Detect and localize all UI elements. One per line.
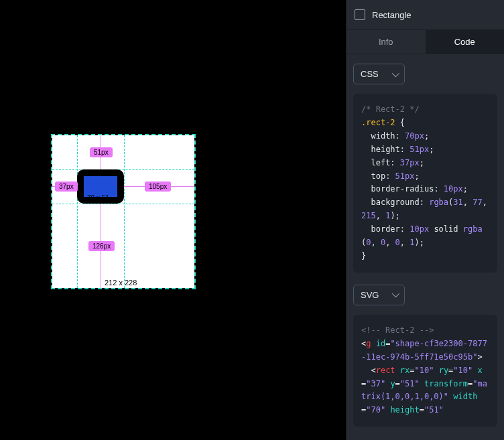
css-code-block[interactable]: /* Rect-2 */ .rect-2 { width: 70px; heig… [353, 94, 497, 273]
select-value: CSS [361, 69, 379, 79]
guide-horizontal [52, 169, 194, 170]
chevron-down-icon [392, 290, 399, 297]
rectangle-icon [355, 9, 365, 20]
artboard[interactable]: 51px 37px 105px 126px 70 x 51 212 x 228 [52, 135, 194, 288]
chevron-down-icon [391, 69, 399, 76]
measure-right-badge: 105px [145, 181, 171, 192]
panel-body: CSS /* Rect-2 */ .rect-2 { width: 70px; … [346, 54, 504, 440]
svg-format-select[interactable]: SVG [353, 285, 405, 305]
svg-code-block[interactable]: <!-- Rect-2 --> <g id="shape-cf3e2300-78… [353, 315, 497, 427]
guide-vertical [77, 135, 78, 288]
panel-header: Rectangle [346, 0, 504, 30]
measure-left-badge: 37px [55, 181, 78, 192]
css-format-select[interactable]: CSS [353, 64, 405, 84]
guide-vertical [124, 135, 125, 288]
tabs: Info Code [346, 30, 504, 54]
layer-name: Rectangle [372, 10, 412, 20]
tab-code[interactable]: Code [426, 30, 505, 54]
canvas-area[interactable]: 51px 37px 105px 126px 70 x 51 212 x 228 [0, 0, 346, 440]
inspector-panel: Rectangle Info Code CSS /* Rect-2 */ .re… [346, 0, 504, 440]
artboard-size-label: 212 x 228 [105, 279, 137, 287]
shape-size-label: 70 x 51 [87, 194, 109, 202]
measure-bottom-badge: 126px [88, 241, 115, 251]
guide-horizontal [52, 204, 194, 204]
select-value: SVG [361, 290, 379, 300]
tab-info[interactable]: Info [346, 30, 426, 54]
measure-top-badge: 51px [90, 147, 113, 157]
